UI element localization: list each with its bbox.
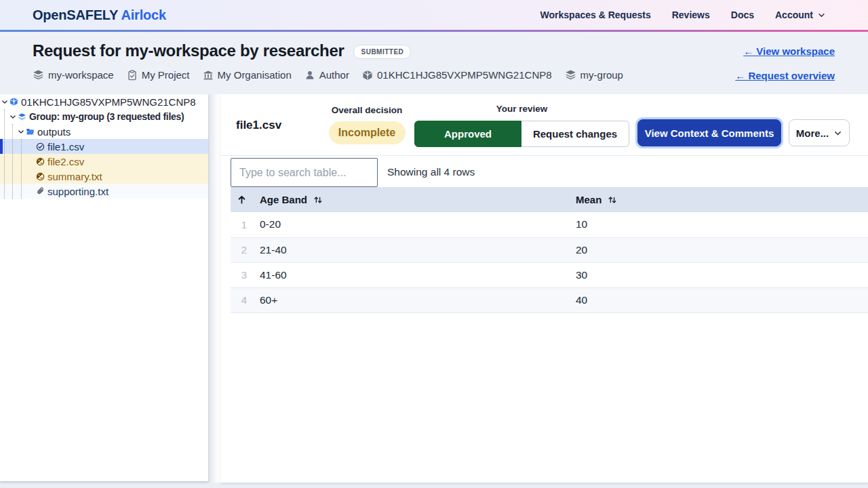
tree-indent-guide bbox=[12, 124, 13, 199]
meta-item: 01KHC1HJG85VXPMP5WNG21CNP8 bbox=[362, 69, 552, 81]
tree-item-outputs[interactable]: outputs bbox=[0, 124, 208, 139]
tree-item-supporting.txt[interactable]: supporting.txt bbox=[0, 184, 208, 199]
table-row: 341-6030 bbox=[231, 262, 868, 287]
rows-status: Showing all 4 rows bbox=[387, 166, 475, 178]
status-badge: SUBMITTED bbox=[353, 45, 411, 59]
tree-item-file2.csv[interactable]: file2.csv bbox=[0, 154, 208, 169]
overall-decision-group: Overall decision Incomplete bbox=[328, 105, 406, 144]
request-overview-link[interactable]: ← Request overview bbox=[735, 70, 835, 81]
nav-item-reviews[interactable]: Reviews bbox=[672, 9, 710, 20]
tree-item-01khc1hjg85vxpmp5wng21cnp8[interactable]: 01KHC1HJG85VXPMP5WNG21CNP8 bbox=[0, 94, 208, 109]
file-tree: 01KHC1HJG85VXPMP5WNG21CNP8Group: my-grou… bbox=[0, 94, 208, 199]
request-header: Request for my-workspace by researcher S… bbox=[0, 32, 868, 94]
brand-logo[interactable]: OpenSAFELY Airlock bbox=[33, 7, 166, 23]
cube-icon bbox=[362, 70, 373, 81]
nav-item-docs[interactable]: Docs bbox=[731, 9, 754, 20]
view-context-comments-button[interactable]: View Context & Comments bbox=[637, 119, 781, 146]
age-band-cell: 60+ bbox=[253, 287, 569, 312]
request-changes-button[interactable]: Request changes bbox=[521, 121, 629, 147]
table-row: 221-4020 bbox=[231, 237, 868, 262]
table-row: 10-2010 bbox=[231, 212, 868, 237]
chevron-down-icon[interactable] bbox=[18, 128, 24, 136]
meta-item: my-group bbox=[565, 69, 623, 81]
main-panel: file1.csv Overall decision Incomplete Yo… bbox=[220, 94, 868, 483]
chevron-down-icon bbox=[818, 12, 825, 19]
table-controls: Showing all 4 rows bbox=[220, 156, 868, 187]
overall-decision-label: Overall decision bbox=[328, 105, 406, 115]
table-row: 460+40 bbox=[231, 287, 868, 312]
file-title: file1.csv bbox=[236, 119, 281, 132]
approved-button[interactable]: Approved bbox=[414, 121, 521, 147]
mean-cell: 40 bbox=[569, 287, 868, 312]
mean-cell: 30 bbox=[569, 262, 868, 287]
file-toolbar: file1.csv Overall decision Incomplete Yo… bbox=[220, 94, 868, 156]
file-tree-sidebar: 01KHC1HJG85VXPMP5WNG21CNP8Group: my-grou… bbox=[0, 94, 208, 481]
tree-item-label: outputs bbox=[37, 126, 71, 136]
tree-item-label: Group: my-group (3 requested files) bbox=[29, 112, 184, 121]
nav-item-label: Reviews bbox=[672, 9, 710, 20]
row-index: 3 bbox=[231, 262, 253, 287]
meta-item: Author bbox=[304, 69, 349, 81]
nav-item-account[interactable]: Account bbox=[775, 9, 825, 20]
folder-open-icon bbox=[26, 127, 35, 137]
clipboard-icon bbox=[127, 70, 138, 81]
tree-item-label: file2.csv bbox=[47, 156, 84, 166]
user-icon bbox=[304, 70, 315, 81]
chevron-down-icon[interactable] bbox=[1, 98, 8, 106]
sort-icon bbox=[313, 195, 323, 205]
mean-cell: 20 bbox=[569, 237, 868, 262]
nav-item-label: Docs bbox=[731, 9, 754, 20]
more-button[interactable]: More... bbox=[789, 119, 850, 146]
tree-item-label: supporting.txt bbox=[47, 186, 108, 196]
more-button-label: More... bbox=[796, 127, 829, 139]
age-band-column-header[interactable]: Age Band bbox=[253, 187, 569, 212]
half-review-icon bbox=[36, 157, 45, 167]
meta-item-label: my-group bbox=[580, 69, 623, 81]
mean-column-header[interactable]: Mean bbox=[569, 187, 868, 212]
bank-icon bbox=[203, 70, 214, 81]
tree-item-group-my-group-3-requested-files-[interactable]: Group: my-group (3 requested files) bbox=[0, 109, 208, 124]
table-header-row: Age Band Mean bbox=[231, 187, 868, 212]
overall-decision-badge: Incomplete bbox=[329, 121, 406, 144]
half-review-icon bbox=[36, 171, 45, 182]
tree-item-label: file1.csv bbox=[47, 141, 84, 151]
tree-item-file1.csv[interactable]: file1.csv bbox=[0, 139, 208, 154]
nav-item-label: Workspaces & Requests bbox=[540, 9, 651, 20]
header-links: ← View workspace← Request overview bbox=[735, 45, 835, 81]
row-index: 1 bbox=[231, 212, 253, 237]
age-band-cell: 0-20 bbox=[253, 212, 569, 237]
tree-item-summary.txt[interactable]: summary.txt bbox=[0, 169, 208, 184]
brand-airlock: Airlock bbox=[121, 7, 165, 22]
review-segmented-control: Approved Request changes bbox=[414, 121, 629, 147]
tree-item-label: summary.txt bbox=[47, 171, 102, 181]
top-nav: OpenSAFELY Airlock Workspaces & Requests… bbox=[0, 0, 868, 30]
mean-cell: 10 bbox=[569, 212, 868, 237]
meta-item-label: My Organisation bbox=[218, 69, 292, 81]
age-band-cell: 41-60 bbox=[253, 262, 569, 287]
view-workspace-link[interactable]: ← View workspace bbox=[743, 45, 835, 57]
top-nav-links: Workspaces & RequestsReviewsDocsAccount bbox=[540, 9, 825, 20]
tree-item-label: 01KHC1HJG85VXPMP5WNG21CNP8 bbox=[21, 96, 196, 106]
nav-item-label: Account bbox=[775, 9, 813, 20]
tree-indent-guide bbox=[4, 109, 5, 199]
meta-item-label: my-workspace bbox=[48, 69, 114, 81]
cube-blue-icon bbox=[9, 97, 18, 106]
paperclip-icon bbox=[36, 186, 45, 196]
sort-icon bbox=[608, 195, 617, 205]
index-column-header[interactable] bbox=[231, 187, 253, 212]
nav-item-workspaces-requests[interactable]: Workspaces & Requests bbox=[540, 9, 651, 20]
layers-icon bbox=[33, 69, 44, 81]
row-index: 4 bbox=[231, 287, 253, 312]
tree-indent-guide bbox=[21, 139, 22, 199]
meta-item: my-workspace bbox=[33, 69, 114, 81]
split-resize-handle[interactable] bbox=[208, 94, 220, 483]
your-review-group: Your review Approved Request changes bbox=[414, 104, 629, 147]
sort-ascending-icon bbox=[237, 195, 247, 205]
page-title: Request for my-workspace by researcher bbox=[33, 41, 344, 60]
meta-item-label: My Project bbox=[142, 69, 190, 81]
search-input[interactable] bbox=[231, 158, 378, 187]
brand-opensafely: OpenSAFELY bbox=[33, 7, 118, 22]
chevron-down-icon[interactable] bbox=[9, 113, 16, 121]
age-band-cell: 21-40 bbox=[253, 237, 569, 262]
meta-item-label: 01KHC1HJG85VXPMP5WNG21CNP8 bbox=[377, 69, 552, 81]
